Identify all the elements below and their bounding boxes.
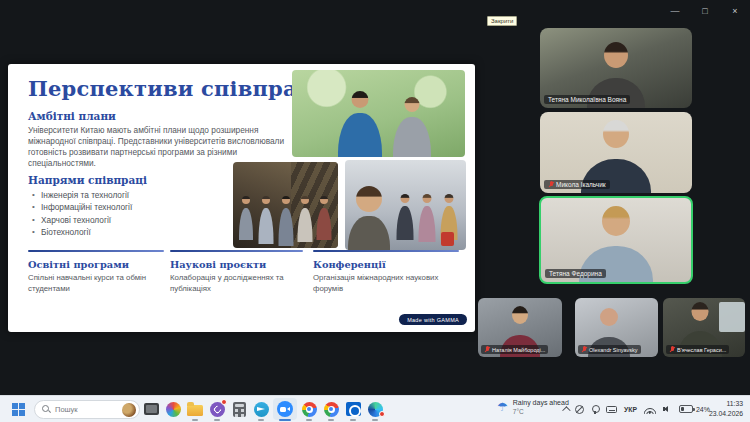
person-figure — [257, 196, 275, 244]
volume-icon[interactable] — [663, 405, 672, 414]
chrome-2-app-icon[interactable] — [321, 398, 341, 420]
weather-widget[interactable]: ☂ Rainy days ahead 7°C — [497, 399, 569, 416]
tray-chevron-up-icon[interactable] — [562, 406, 570, 414]
slide-title: Перспективи співпраці — [28, 76, 321, 101]
calculator-app-icon[interactable] — [229, 398, 249, 420]
chrome-icon — [302, 402, 317, 417]
close-tooltip: Закрити — [487, 16, 517, 26]
notification-badge — [379, 411, 385, 417]
bullet-item: Інформаційні технології — [32, 202, 262, 213]
person-figure — [395, 194, 415, 240]
file-explorer-app-icon[interactable] — [185, 398, 205, 420]
video-tile[interactable]: Olexandr Sinyavsky — [575, 298, 658, 357]
video-tile[interactable]: В'ячеслав Гераси... — [663, 298, 745, 357]
person-figure — [330, 91, 390, 157]
bullet-item: Харчові технології — [32, 215, 262, 226]
photos-app-icon[interactable] — [163, 398, 183, 420]
participant-name-label: Olexandr Sinyavsky — [578, 345, 641, 354]
person-figure — [277, 196, 295, 246]
windows-taskbar: Пошук ☂ Rainy days ahead 7°C — [0, 395, 750, 422]
monitor-app-icon[interactable] — [141, 398, 161, 420]
touch-keyboard-icon[interactable] — [606, 406, 617, 413]
video-tile-active-speaker[interactable]: Тетяна Федорина — [539, 196, 693, 284]
column-heading: Наукові проєкти — [170, 259, 303, 270]
divider — [313, 250, 459, 252]
wifi-icon[interactable] — [644, 405, 656, 414]
participant-name: Тетяна Миколаївна Вояна — [548, 96, 626, 103]
person-figure — [384, 97, 440, 157]
search-input[interactable]: Пошук — [34, 400, 140, 419]
close-button[interactable]: × — [726, 4, 744, 18]
zoom-app-icon[interactable] — [273, 398, 297, 420]
battery-percent: 24% — [696, 406, 710, 413]
mic-muted-icon — [669, 346, 675, 353]
language-indicator[interactable]: УКР — [624, 406, 637, 413]
participant-name-label: Наталія Майбороді... — [481, 345, 548, 354]
video-tile[interactable]: Тетяна Миколаївна Вояна — [540, 28, 692, 108]
group-photo-stairs — [233, 162, 338, 248]
divider — [28, 250, 164, 252]
video-tile[interactable]: Наталія Майбороді... — [478, 298, 562, 357]
column-heading: Конференції — [313, 259, 459, 270]
edge-app-icon[interactable] — [365, 398, 385, 420]
video-tile[interactable]: Микола Ікальчик — [540, 112, 692, 193]
photos-icon — [166, 402, 181, 417]
meeting-window: — □ × Закрити Перспективи співпраці Амбі… — [0, 0, 750, 422]
bullet-item: Біотехнології — [32, 227, 262, 238]
outlook-icon — [346, 402, 361, 416]
mic-muted-icon — [484, 346, 490, 353]
weather-title: Rainy days ahead — [513, 399, 569, 408]
clock-date: 23.04.2026 — [709, 409, 743, 419]
made-with-gamma-badge: Made with GAMMA — [399, 314, 467, 325]
participant-name: Olexandr Sinyavsky — [589, 347, 638, 353]
red-bag — [441, 232, 454, 246]
monitor-icon — [144, 403, 159, 415]
person-figure — [237, 196, 255, 240]
slide-heading-directions: Напрями співпраці — [28, 174, 147, 186]
system-tray: УКР 24% — [562, 396, 710, 422]
participant-name: В'ячеслав Гераси... — [677, 347, 726, 353]
participant-name: Тетяна Федорина — [549, 270, 602, 277]
participant-name-label: Микола Ікальчик — [544, 180, 610, 189]
divider — [170, 250, 303, 252]
viber-app-icon[interactable] — [207, 398, 227, 420]
chrome-icon — [324, 402, 339, 417]
umbrella-icon: ☂ — [497, 401, 508, 413]
person-figure — [315, 196, 333, 240]
clock[interactable]: 11:33 23.04.2026 — [709, 399, 743, 419]
start-button[interactable] — [12, 403, 25, 416]
location-icon[interactable] — [591, 405, 599, 414]
participant-name: Микола Ікальчик — [556, 181, 606, 188]
chrome-app-icon[interactable] — [299, 398, 319, 420]
column-body: Спільні навчальні курси та обмін студент… — [28, 273, 164, 294]
minimize-button[interactable]: — — [666, 4, 684, 18]
slide-bullet-list: Інженерія та технології Інформаційні тех… — [32, 190, 262, 240]
telegram-icon — [254, 402, 269, 417]
participant-name-label: Тетяна Федорина — [545, 269, 606, 278]
search-highlight-image — [122, 403, 136, 417]
search-placeholder: Пошук — [55, 405, 118, 414]
participant-name: Наталія Майбороді... — [492, 347, 545, 353]
column-body: Організація міжнародних наукових форумів — [313, 273, 459, 294]
battery-indicator[interactable]: 24% — [679, 405, 710, 413]
telegram-app-icon[interactable] — [251, 398, 271, 420]
participant-name-label: В'ячеслав Гераси... — [666, 345, 729, 354]
person-figure — [296, 196, 314, 242]
mic-muted-icon — [581, 346, 587, 353]
clock-time: 11:33 — [709, 399, 743, 409]
mic-muted-icon — [548, 181, 554, 188]
bullet-item: Інженерія та технології — [32, 190, 262, 201]
zoom-icon — [277, 401, 293, 417]
maximize-button[interactable]: □ — [696, 4, 714, 18]
column-body: Колаборація у дослідженнях та публікація… — [170, 273, 303, 294]
column-heading: Освітні програми — [28, 259, 164, 270]
weather-temp: 7°C — [513, 408, 569, 416]
outlook-app-icon[interactable] — [343, 398, 363, 420]
handshake-photo — [292, 70, 465, 157]
folder-icon — [187, 405, 203, 416]
slide-column-conferences: Конференції Організація міжнародних наук… — [313, 250, 459, 294]
person-figure — [347, 186, 391, 250]
taskbar-icons — [141, 398, 385, 420]
bluetooth-off-icon[interactable] — [575, 405, 584, 414]
person-figure — [417, 194, 437, 242]
